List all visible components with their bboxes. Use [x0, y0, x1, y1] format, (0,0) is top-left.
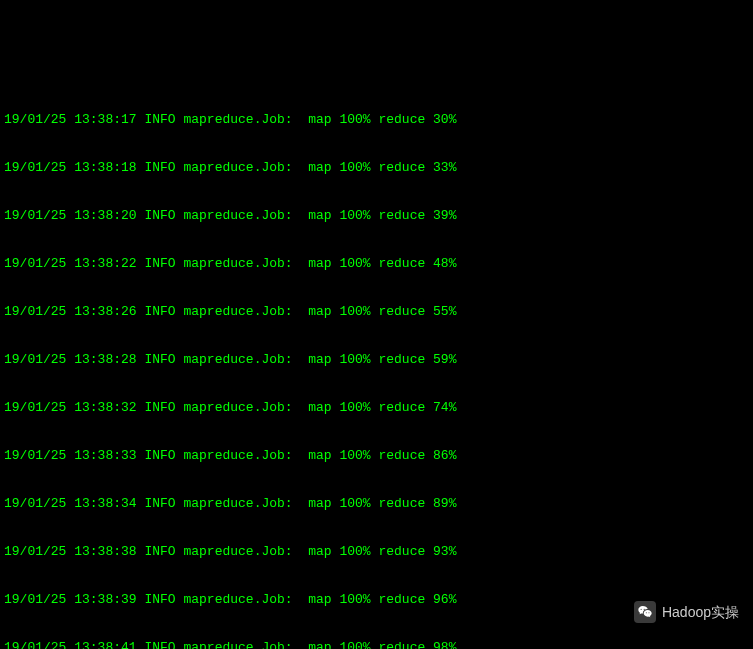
terminal-output: 19/01/25 13:38:17 INFO mapreduce.Job: ma… — [0, 80, 753, 649]
log-line: 19/01/25 13:38:20 INFO mapreduce.Job: ma… — [4, 208, 749, 224]
log-line: 19/01/25 13:38:41 INFO mapreduce.Job: ma… — [4, 640, 749, 649]
log-line: 19/01/25 13:38:22 INFO mapreduce.Job: ma… — [4, 256, 749, 272]
log-line: 19/01/25 13:38:38 INFO mapreduce.Job: ma… — [4, 544, 749, 560]
log-line: 19/01/25 13:38:32 INFO mapreduce.Job: ma… — [4, 400, 749, 416]
log-line: 19/01/25 13:38:33 INFO mapreduce.Job: ma… — [4, 448, 749, 464]
log-line: 19/01/25 13:38:26 INFO mapreduce.Job: ma… — [4, 304, 749, 320]
log-line: 19/01/25 13:38:34 INFO mapreduce.Job: ma… — [4, 496, 749, 512]
log-line: 19/01/25 13:38:28 INFO mapreduce.Job: ma… — [4, 352, 749, 368]
log-line: 19/01/25 13:38:17 INFO mapreduce.Job: ma… — [4, 112, 749, 128]
log-line: 19/01/25 13:38:18 INFO mapreduce.Job: ma… — [4, 160, 749, 176]
log-line: 19/01/25 13:38:39 INFO mapreduce.Job: ma… — [4, 592, 749, 608]
